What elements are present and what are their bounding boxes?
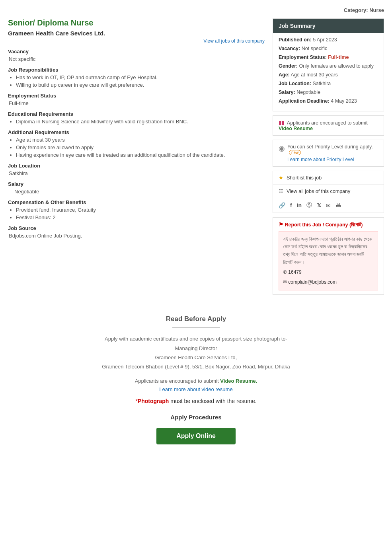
photo-highlight: Photograph — [138, 398, 169, 404]
report-email: ✉ complain@bdjobs.com — [283, 279, 374, 286]
photo-text: must be enclosed with the resume. — [169, 398, 256, 404]
divider — [172, 327, 220, 328]
facebook-icon[interactable]: f — [290, 202, 292, 208]
video-link[interactable]: Video Resume. — [220, 378, 257, 384]
employment-status-value: Full-time — [8, 100, 265, 106]
vacancy-value: Not specific — [8, 56, 265, 62]
priority-learn-link[interactable]: Learn more about Priority Level — [287, 157, 378, 162]
video-learn-row: Learn more about video resume — [8, 386, 384, 392]
summary-body: Published on: 5 Apr 2023 Vacancy: Not sp… — [273, 33, 384, 111]
list-item: Has to work in OT, IP, OP and outreach c… — [16, 74, 265, 80]
priority-text: You can set Priority Level during apply. — [287, 144, 373, 150]
shortlist-action[interactable]: ★ Shortlist this job — [273, 171, 384, 185]
source-value: Bdjobs.com Online Job Posting. — [8, 233, 265, 239]
read-before-section: Read Before Apply Apply with academic ce… — [8, 307, 384, 404]
apply-online-button[interactable]: Apply Online — [156, 428, 236, 444]
print-icon[interactable]: 🖶 — [335, 202, 341, 208]
job-summary-box: Job Summary Published on: 5 Apr 2023 Vac… — [273, 18, 384, 111]
video-learn-link[interactable]: Learn more about video resume — [159, 386, 232, 392]
summary-gender: Gender: Only females are allowed to appl… — [279, 63, 378, 69]
summary-employment: Employment Status: Full-time — [279, 55, 378, 60]
apply-procedures-title: Apply Procedures — [8, 414, 384, 421]
source-label: Job Source — [8, 225, 265, 231]
salary-value: Negotiable — [8, 189, 265, 195]
apply-procedures-section: Apply Procedures Apply Online — [8, 414, 384, 444]
email-icon[interactable]: ✉ — [326, 202, 331, 208]
photo-line: *Photograph must be enclosed with the re… — [8, 398, 384, 404]
view-all-label: View all jobs of this company — [287, 189, 350, 194]
right-column: Job Summary Published on: 5 Apr 2023 Vac… — [273, 18, 384, 295]
list-item: Only females are allowed to apply — [16, 144, 265, 150]
twitter-icon[interactable]: 𝕏 — [317, 202, 321, 208]
category-bar: Category: Nurse — [8, 4, 384, 16]
summary-header: Job Summary — [273, 19, 384, 33]
priority-box: ◉ You can set Priority Level during appl… — [273, 140, 384, 167]
company-name: Grameen Health Care Sevices Ltd. — [8, 30, 265, 37]
report-phone: ✆ 16479 — [283, 269, 374, 276]
video-resume-text: Applicants are encouraged to submit — [287, 120, 368, 126]
summary-location: Job Location: Satkhira — [279, 81, 378, 86]
linkedin-icon[interactable]: in — [297, 202, 302, 208]
report-box: ⚑ Report this Job / Company (রিপোর্ট) এই… — [273, 217, 384, 295]
compensation-label: Compensation & Other Benefits — [8, 199, 265, 205]
salary-label: Salary — [8, 181, 265, 187]
responsibilities-list: Has to work in OT, IP, OP and outreach c… — [8, 74, 265, 88]
job-title: Senior/ Diploma Nurse — [8, 18, 265, 27]
educational-list: Diploma in Nursing Science and Midwifery… — [8, 119, 265, 125]
video-resume-box: ▮▮ Applicants are encouraged to submit V… — [273, 115, 384, 136]
summary-published: Published on: 5 Apr 2023 — [279, 37, 378, 43]
shortlist-label: Shortlist this job — [287, 175, 322, 181]
address-text: Apply with academic certificates and one… — [8, 334, 384, 372]
location-value: Satkhira — [8, 170, 265, 176]
category-value: Nurse — [369, 7, 384, 13]
compensation-list: Provident fund, Insurance, Gratuity Fest… — [8, 207, 265, 220]
new-badge: new — [289, 150, 301, 155]
video-resume-icon: ▮▮ — [279, 120, 284, 126]
read-before-title: Read Before Apply — [8, 315, 384, 323]
list-item: Willing to build up career in eye care w… — [16, 82, 265, 88]
summary-vacancy: Vacancy: Not specific — [279, 46, 378, 51]
whatsapp-icon[interactable]: Ⓢ — [306, 202, 312, 209]
star-icon: ★ — [279, 175, 283, 181]
social-share-row: 🔗 f in Ⓢ 𝕏 ✉ 🖶 — [273, 198, 384, 213]
summary-age: Age: Age at most 30 years — [279, 72, 378, 78]
link-icon[interactable]: 🔗 — [279, 202, 285, 208]
list-item: Age at most 30 years — [16, 137, 265, 143]
employment-status-label: Employment Status — [8, 93, 265, 99]
video-encourage-row: Applicants are encouraged to submit Vide… — [8, 378, 384, 384]
left-column: Senior/ Diploma Nurse Grameen Health Car… — [8, 18, 265, 295]
list-item: Festival Bonus: 2 — [16, 214, 265, 220]
report-link[interactable]: ⚑ Report this Job / Company (রিপোর্ট) — [279, 222, 363, 228]
category-label: Category: — [344, 7, 368, 13]
summary-salary: Salary: Negotiable — [279, 90, 378, 95]
actions-box: ★ Shortlist this job ☷ View all jobs of … — [273, 171, 384, 213]
report-desc: এই চাকরির জন্য বিজ্ঞাপন দাতা প্রতিষ্ঠান … — [279, 231, 378, 290]
list-item: Diploma in Nursing Science and Midwifery… — [16, 119, 265, 125]
additional-list: Age at most 30 years Only females are al… — [8, 137, 265, 158]
location-label: Job Location — [8, 163, 265, 169]
additional-label: Additional Requirements — [8, 129, 265, 135]
view-all-company-action[interactable]: ☷ View all jobs of this company — [273, 185, 384, 198]
priority-icon: ◉ — [279, 144, 285, 153]
video-resume-link[interactable]: Video Resume — [279, 126, 313, 131]
list-item: Provident fund, Insurance, Gratuity — [16, 207, 265, 213]
view-all-jobs-link[interactable]: View all jobs of this company — [8, 38, 265, 44]
vacancy-label: Vacancy — [8, 49, 265, 55]
educational-label: Educational Requirements — [8, 111, 265, 117]
list-item: Having experience in eye care will be tr… — [16, 152, 265, 158]
responsibilities-label: Job Responsibilities — [8, 67, 265, 73]
document-icon: ☷ — [279, 188, 283, 194]
summary-deadline: Application Deadline: 4 May 2023 — [279, 98, 378, 104]
